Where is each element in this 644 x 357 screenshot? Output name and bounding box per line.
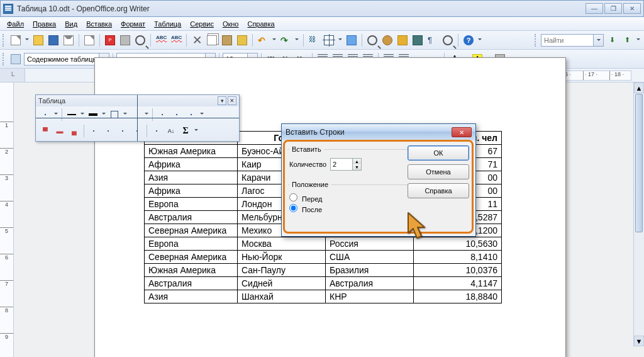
qty-input[interactable] [331,159,352,170]
autospell-button[interactable]: ABC [169,33,183,47]
table-cell[interactable]: Азия [145,171,238,184]
table-cell[interactable]: Бразилия [326,264,414,277]
save-button[interactable] [47,33,60,47]
table-row[interactable]: Южная АмерикаСан-ПаулуБразилия10,0376 [145,264,502,277]
scroll-thumb[interactable] [635,94,643,232]
zoom-button[interactable] [441,33,455,47]
table-cell[interactable]: 4,1147 [414,277,502,290]
table-cell[interactable]: 10,5630 [414,237,502,251]
table-cell[interactable]: 10,0376 [414,264,502,277]
table-float-toolbar[interactable]: Таблица ▾ ✕ ▀ ▬ ▄ A↓ Σ [35,94,240,142]
dialog-titlebar[interactable]: Вставить Строки ✕ [282,124,475,140]
insert-table-button[interactable] [322,33,336,47]
find-prev-button[interactable]: ⬆ [620,33,634,47]
export-pdf-button[interactable]: P [103,33,117,47]
find-input[interactable] [541,35,593,46]
ruler-corner[interactable]: └ [0,69,25,82]
ok-button[interactable]: ОК [408,145,469,161]
find-combo[interactable] [541,34,604,47]
table-cell[interactable]: Нью-Йорк [238,251,326,264]
find-dropdown[interactable] [593,35,603,46]
edit-doc-button[interactable] [82,33,96,47]
close-button[interactable]: ✕ [623,3,641,14]
scroll-up-button[interactable]: ▲ [634,82,644,93]
radio-before[interactable]: Перед [289,193,323,203]
table-cell[interactable]: Европа [145,198,238,211]
menu-tools[interactable]: Сервис [186,19,218,29]
spellcheck-button[interactable]: ABC [154,33,168,47]
cancel-button[interactable]: Отмена [408,164,469,179]
menu-help[interactable]: Справка [243,19,279,29]
copy-button[interactable] [205,33,219,47]
table-cell[interactable]: Азия [145,290,238,303]
table-cell[interactable]: Африка [145,184,238,198]
table-cell[interactable]: Австралия [145,211,238,224]
menu-window[interactable]: Окно [218,19,243,29]
mail-button[interactable] [62,33,75,47]
new-button[interactable] [9,33,23,47]
fmt-grip[interactable] [3,53,6,65]
preview-button[interactable] [133,33,147,47]
find-next-button[interactable]: ⬇ [605,33,619,47]
gallery-button[interactable] [396,33,409,47]
table-cell[interactable]: Южная Америка [145,145,238,158]
table-row[interactable]: АвстралияСиднейАвстралия4,1147 [145,277,502,290]
redo-button[interactable]: ↷ [279,33,292,47]
menu-format[interactable]: Формат [116,19,150,29]
table-cell[interactable]: Австралия [145,277,238,290]
style-input[interactable] [25,54,99,65]
nonprint-chars-button[interactable]: ¶ [426,33,440,47]
undo-button[interactable]: ↶ [256,33,270,47]
new-dropdown[interactable] [24,38,30,42]
table-row[interactable]: Северная АмерикаНью-ЙоркСША8,1410 [145,251,502,264]
table-row[interactable]: АзияШанхайКНР18,8840 [145,290,502,303]
table-row[interactable]: ЕвропаМоскваРоссия10,5630 [145,237,502,251]
autoformat-button[interactable] [150,124,164,138]
qty-up[interactable]: ▲ [352,159,361,164]
minimize-button[interactable]: — [586,3,603,14]
table-cell[interactable]: США [326,251,414,264]
table-cell[interactable]: Северная Америка [145,224,238,237]
table-cell[interactable]: Москва [238,237,326,251]
redo-dropdown[interactable] [294,38,300,42]
table-cell[interactable]: Африка [145,158,238,171]
menu-edit[interactable]: Правка [28,19,60,29]
qty-down[interactable]: ▼ [352,164,361,170]
navigator-button[interactable] [380,33,394,47]
menu-view[interactable]: Вид [60,19,82,29]
help-dialog-button[interactable]: Справка [408,183,469,198]
dialog-close-button[interactable]: ✕ [452,127,472,137]
undo-dropdown[interactable] [271,38,277,42]
table-cell[interactable]: Сан-Паулу [238,264,326,277]
radio-after[interactable]: После [289,204,322,213]
print-button[interactable] [118,33,132,47]
find-overflow[interactable] [635,38,641,42]
v-ruler[interactable]: 12345678910 [0,82,14,357]
paste-button[interactable] [220,33,234,47]
toolbar-grip[interactable] [3,34,6,47]
table-cell[interactable]: Южная Америка [145,264,238,277]
v-scrollbar[interactable]: ▲ ▼ [633,82,644,346]
table-cell[interactable]: Россия [326,237,414,251]
open-button[interactable] [31,33,45,47]
table-dropdown[interactable] [337,38,343,42]
format-paint-button[interactable] [235,33,249,47]
maximize-button[interactable]: ❐ [604,3,622,14]
table-cell[interactable]: Шанхай [238,290,326,303]
table-cell[interactable]: 8,1410 [414,251,502,264]
styles-button[interactable] [9,52,23,66]
cut-button[interactable] [190,33,204,47]
menu-table[interactable]: Таблица [150,19,186,29]
hyperlink-button[interactable]: ⛓ [307,33,321,47]
menu-insert[interactable]: Вставка [82,19,116,29]
table-cell[interactable]: Северная Америка [145,251,238,264]
find-toolbar-grip[interactable] [535,34,538,47]
find-replace-button[interactable] [365,33,379,47]
datasources-button[interactable] [411,33,425,47]
table-cell[interactable]: Сидней [238,277,326,290]
menu-file[interactable]: Файл [3,19,28,29]
qty-spinner[interactable]: ▲▼ [330,158,362,171]
scroll-down-button[interactable]: ▼ [634,336,644,346]
show-draw-button[interactable] [345,33,358,47]
table-cell[interactable]: КНР [326,290,414,303]
